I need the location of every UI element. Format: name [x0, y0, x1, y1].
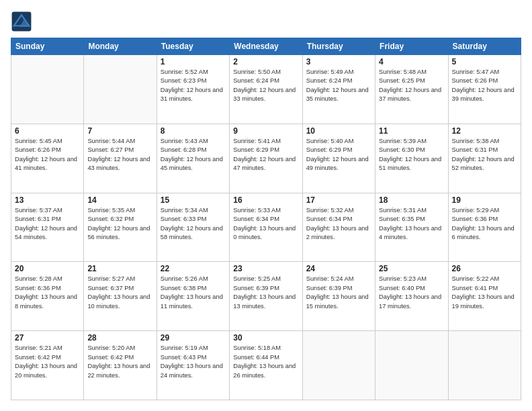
day-cell: 6Sunrise: 5:45 AMSunset: 6:26 PMDaylight…	[11, 124, 84, 193]
day-info: Sunrise: 5:28 AMSunset: 6:36 PMDaylight:…	[15, 275, 80, 311]
day-info: Sunrise: 5:48 AMSunset: 6:25 PMDaylight:…	[379, 68, 444, 104]
day-info: Sunrise: 5:18 AMSunset: 6:44 PMDaylight:…	[233, 344, 298, 380]
day-number: 18	[379, 195, 444, 205]
day-cell: 2Sunrise: 5:50 AMSunset: 6:24 PMDaylight…	[230, 55, 302, 124]
day-cell: 11Sunrise: 5:39 AMSunset: 6:30 PMDayligh…	[375, 124, 448, 193]
day-info: Sunrise: 5:39 AMSunset: 6:30 PMDaylight:…	[379, 137, 444, 173]
day-number: 28	[87, 333, 152, 342]
day-cell	[448, 331, 521, 400]
day-cell: 21Sunrise: 5:27 AMSunset: 6:37 PMDayligh…	[84, 262, 157, 331]
day-cell: 17Sunrise: 5:32 AMSunset: 6:34 PMDayligh…	[302, 193, 375, 262]
day-number: 9	[233, 126, 298, 136]
day-number: 20	[15, 264, 80, 273]
day-info: Sunrise: 5:26 AMSunset: 6:38 PMDaylight:…	[161, 275, 226, 311]
day-cell: 15Sunrise: 5:34 AMSunset: 6:33 PMDayligh…	[157, 193, 229, 262]
day-info: Sunrise: 5:41 AMSunset: 6:29 PMDaylight:…	[233, 137, 298, 173]
day-number: 15	[161, 195, 226, 205]
day-info: Sunrise: 5:25 AMSunset: 6:39 PMDaylight:…	[233, 275, 298, 311]
day-cell: 30Sunrise: 5:18 AMSunset: 6:44 PMDayligh…	[230, 331, 302, 400]
day-number: 14	[87, 195, 152, 205]
day-cell: 26Sunrise: 5:22 AMSunset: 6:41 PMDayligh…	[448, 262, 521, 331]
day-number: 30	[233, 333, 298, 342]
day-number: 4	[379, 57, 444, 66]
day-info: Sunrise: 5:22 AMSunset: 6:41 PMDaylight:…	[452, 275, 517, 311]
day-number: 7	[87, 126, 152, 136]
calendar-header-row: SundayMondayTuesdayWednesdayThursdayFrid…	[11, 38, 521, 55]
day-number: 6	[15, 126, 80, 136]
day-cell: 23Sunrise: 5:25 AMSunset: 6:39 PMDayligh…	[230, 262, 302, 331]
day-cell	[375, 331, 448, 400]
week-row-2: 6Sunrise: 5:45 AMSunset: 6:26 PMDaylight…	[11, 124, 521, 193]
day-info: Sunrise: 5:45 AMSunset: 6:26 PMDaylight:…	[15, 137, 80, 173]
day-cell: 10Sunrise: 5:40 AMSunset: 6:29 PMDayligh…	[302, 124, 375, 193]
day-cell	[11, 55, 84, 124]
day-cell: 24Sunrise: 5:24 AMSunset: 6:39 PMDayligh…	[302, 262, 375, 331]
week-row-3: 13Sunrise: 5:37 AMSunset: 6:31 PMDayligh…	[11, 193, 521, 262]
day-cell: 28Sunrise: 5:20 AMSunset: 6:42 PMDayligh…	[84, 331, 157, 400]
day-number: 13	[15, 195, 80, 205]
week-row-4: 20Sunrise: 5:28 AMSunset: 6:36 PMDayligh…	[11, 262, 521, 331]
col-header-saturday: Saturday	[448, 38, 521, 55]
day-cell: 22Sunrise: 5:26 AMSunset: 6:38 PMDayligh…	[157, 262, 229, 331]
day-number: 23	[233, 264, 298, 273]
day-cell: 5Sunrise: 5:47 AMSunset: 6:26 PMDaylight…	[448, 55, 521, 124]
col-header-sunday: Sunday	[11, 38, 84, 55]
day-number: 22	[161, 264, 226, 273]
day-info: Sunrise: 5:23 AMSunset: 6:40 PMDaylight:…	[379, 275, 444, 311]
day-info: Sunrise: 5:44 AMSunset: 6:27 PMDaylight:…	[87, 137, 152, 173]
day-info: Sunrise: 5:38 AMSunset: 6:31 PMDaylight:…	[452, 137, 517, 173]
day-number: 8	[161, 126, 226, 136]
day-number: 24	[306, 264, 371, 273]
day-number: 16	[233, 195, 298, 205]
col-header-monday: Monday	[84, 38, 157, 55]
week-row-5: 27Sunrise: 5:21 AMSunset: 6:42 PMDayligh…	[11, 331, 521, 400]
day-info: Sunrise: 5:43 AMSunset: 6:28 PMDaylight:…	[161, 137, 226, 173]
header	[11, 11, 521, 32]
day-cell: 8Sunrise: 5:43 AMSunset: 6:28 PMDaylight…	[157, 124, 229, 193]
day-cell: 16Sunrise: 5:33 AMSunset: 6:34 PMDayligh…	[230, 193, 302, 262]
day-cell: 29Sunrise: 5:19 AMSunset: 6:43 PMDayligh…	[157, 331, 229, 400]
day-info: Sunrise: 5:47 AMSunset: 6:26 PMDaylight:…	[452, 68, 517, 104]
day-info: Sunrise: 5:24 AMSunset: 6:39 PMDaylight:…	[306, 275, 371, 311]
day-cell	[302, 331, 375, 400]
col-header-wednesday: Wednesday	[230, 38, 302, 55]
day-cell: 19Sunrise: 5:29 AMSunset: 6:36 PMDayligh…	[448, 193, 521, 262]
day-info: Sunrise: 5:34 AMSunset: 6:33 PMDaylight:…	[161, 206, 226, 242]
page: SundayMondayTuesdayWednesdayThursdayFrid…	[0, 0, 532, 411]
day-number: 27	[15, 333, 80, 342]
calendar-table: SundayMondayTuesdayWednesdayThursdayFrid…	[11, 38, 521, 400]
day-info: Sunrise: 5:19 AMSunset: 6:43 PMDaylight:…	[161, 344, 226, 380]
day-cell: 9Sunrise: 5:41 AMSunset: 6:29 PMDaylight…	[230, 124, 302, 193]
day-number: 17	[306, 195, 371, 205]
logo-icon	[11, 11, 32, 32]
day-cell: 1Sunrise: 5:52 AMSunset: 6:23 PMDaylight…	[157, 55, 229, 124]
day-info: Sunrise: 5:50 AMSunset: 6:24 PMDaylight:…	[233, 68, 298, 104]
day-number: 5	[452, 57, 517, 66]
day-number: 1	[161, 57, 226, 66]
day-cell: 14Sunrise: 5:35 AMSunset: 6:32 PMDayligh…	[84, 193, 157, 262]
col-header-tuesday: Tuesday	[157, 38, 229, 55]
day-cell: 25Sunrise: 5:23 AMSunset: 6:40 PMDayligh…	[375, 262, 448, 331]
day-info: Sunrise: 5:32 AMSunset: 6:34 PMDaylight:…	[306, 206, 371, 242]
day-number: 19	[452, 195, 517, 205]
day-number: 21	[87, 264, 152, 273]
day-cell: 13Sunrise: 5:37 AMSunset: 6:31 PMDayligh…	[11, 193, 84, 262]
day-cell: 18Sunrise: 5:31 AMSunset: 6:35 PMDayligh…	[375, 193, 448, 262]
day-cell: 7Sunrise: 5:44 AMSunset: 6:27 PMDaylight…	[84, 124, 157, 193]
day-info: Sunrise: 5:49 AMSunset: 6:24 PMDaylight:…	[306, 68, 371, 104]
day-cell: 27Sunrise: 5:21 AMSunset: 6:42 PMDayligh…	[11, 331, 84, 400]
day-info: Sunrise: 5:52 AMSunset: 6:23 PMDaylight:…	[161, 68, 226, 104]
day-info: Sunrise: 5:27 AMSunset: 6:37 PMDaylight:…	[87, 275, 152, 311]
day-number: 2	[233, 57, 298, 66]
day-number: 12	[452, 126, 517, 136]
day-info: Sunrise: 5:20 AMSunset: 6:42 PMDaylight:…	[87, 344, 152, 380]
day-number: 29	[161, 333, 226, 342]
day-info: Sunrise: 5:40 AMSunset: 6:29 PMDaylight:…	[306, 137, 371, 173]
day-number: 3	[306, 57, 371, 66]
day-info: Sunrise: 5:37 AMSunset: 6:31 PMDaylight:…	[15, 206, 80, 242]
day-info: Sunrise: 5:33 AMSunset: 6:34 PMDaylight:…	[233, 206, 298, 242]
day-info: Sunrise: 5:35 AMSunset: 6:32 PMDaylight:…	[87, 206, 152, 242]
col-header-friday: Friday	[375, 38, 448, 55]
day-cell: 20Sunrise: 5:28 AMSunset: 6:36 PMDayligh…	[11, 262, 84, 331]
day-number: 25	[379, 264, 444, 273]
